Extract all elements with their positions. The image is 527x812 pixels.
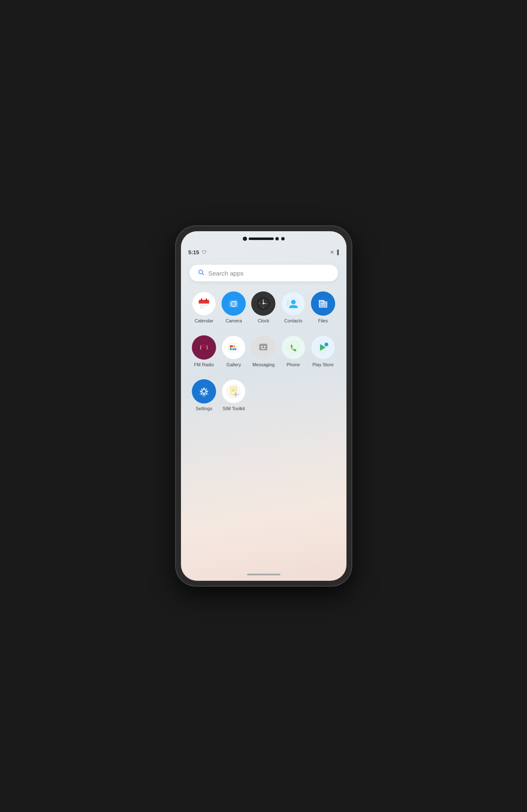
contacts-label: Contacts: [284, 318, 302, 324]
app-item-fmradio[interactable]: FM Radio: [189, 335, 219, 368]
svg-rect-12: [203, 307, 204, 308]
speaker: [249, 237, 274, 240]
settings-label: Settings: [196, 406, 212, 411]
search-placeholder: Search apps: [209, 270, 244, 277]
svg-point-25: [263, 303, 265, 304]
bottom-bar: [181, 568, 346, 581]
svg-rect-59: [200, 391, 202, 392]
notch-bar: [181, 231, 346, 246]
gallery-label: Gallery: [227, 362, 241, 368]
svg-rect-75: [234, 394, 235, 395]
svg-rect-51: [287, 341, 300, 354]
app-item-calendar[interactable]: Calendar: [189, 291, 219, 324]
svg-rect-9: [205, 305, 206, 306]
camera-label: Camera: [226, 318, 242, 324]
app-item-gallery[interactable]: GO Gallery: [219, 335, 249, 368]
svg-rect-76: [238, 394, 239, 395]
phone-icon: [281, 335, 306, 360]
svg-rect-28: [287, 301, 288, 301]
app-grid: Calendar Camera: [189, 291, 338, 412]
svg-rect-7: [200, 305, 202, 306]
app-item-camera[interactable]: Camera: [219, 291, 249, 324]
svg-rect-8: [203, 305, 204, 306]
app-item-contacts[interactable]: Contacts: [278, 291, 308, 324]
vpn-icon: 🛡: [202, 250, 206, 255]
fmradio-label: FM Radio: [194, 362, 214, 368]
home-indicator: [247, 574, 280, 575]
phone-screen: 5:15 🛡 ✕ ▐ Search apps: [181, 231, 346, 581]
simtoolkit-icon: [221, 379, 246, 403]
signal-icon: ✕: [330, 250, 334, 255]
svg-rect-73: [236, 393, 237, 393]
front-camera: [243, 237, 247, 241]
app-item-files[interactable]: Files: [308, 291, 338, 324]
svg-point-0: [199, 270, 202, 274]
svg-rect-58: [204, 394, 205, 396]
svg-point-56: [203, 390, 206, 393]
svg-point-49: [264, 346, 266, 348]
contacts-icon: [281, 291, 306, 316]
svg-rect-29: [287, 302, 288, 303]
fmradio-icon: [192, 335, 216, 360]
simtoolkit-label: SIM Toolkit: [222, 406, 245, 411]
app-item-playstore[interactable]: Play Store: [308, 335, 338, 368]
svg-point-53: [324, 343, 328, 347]
status-left: 5:15 🛡: [188, 249, 206, 255]
files-icon: [311, 291, 335, 316]
playstore-label: Play Store: [313, 362, 334, 368]
sensors: [275, 237, 285, 240]
svg-rect-11: [200, 307, 202, 308]
status-right: ✕ ▐: [330, 250, 339, 255]
svg-rect-57: [204, 388, 205, 389]
svg-point-14: [232, 302, 235, 306]
messaging-icon: [251, 335, 275, 360]
svg-rect-5: [201, 299, 202, 301]
svg-point-27: [291, 300, 295, 304]
files-label: Files: [318, 318, 328, 324]
playstore-icon: [311, 335, 335, 360]
phone-frame: 5:15 🛡 ✕ ▐ Search apps: [176, 226, 351, 586]
svg-rect-32: [318, 301, 327, 307]
svg-rect-74: [236, 396, 237, 396]
search-bar[interactable]: Search apps: [189, 265, 338, 281]
battery-icon: ▐: [336, 250, 339, 255]
app-drawer: Search apps: [181, 258, 346, 568]
svg-text:GO: GO: [231, 347, 236, 350]
settings-icon: [192, 379, 216, 403]
sensor-2: [281, 237, 285, 240]
svg-point-72: [235, 394, 237, 395]
svg-rect-30: [287, 304, 288, 305]
gallery-icon: GO: [221, 335, 246, 360]
status-time: 5:15: [188, 249, 199, 255]
clock-icon: [251, 291, 275, 316]
svg-rect-10: [207, 305, 208, 306]
sensor-1: [275, 237, 279, 240]
app-item-phone[interactable]: Phone: [278, 335, 308, 368]
svg-line-1: [202, 273, 204, 275]
svg-point-38: [203, 345, 206, 347]
svg-point-48: [261, 346, 263, 348]
calendar-icon: [192, 291, 216, 316]
app-item-clock[interactable]: Clock: [249, 291, 278, 324]
messaging-label: Messaging: [252, 362, 275, 368]
svg-rect-4: [199, 302, 209, 304]
phone-label: Phone: [287, 362, 300, 368]
app-item-settings[interactable]: Settings: [189, 379, 219, 411]
camera-icon: [221, 291, 246, 316]
svg-rect-60: [206, 391, 208, 392]
search-icon: [198, 269, 204, 277]
svg-point-15: [235, 301, 237, 302]
svg-rect-6: [206, 299, 207, 301]
app-item-messaging[interactable]: Messaging: [249, 335, 278, 368]
clock-label: Clock: [258, 318, 270, 324]
app-item-simtoolkit[interactable]: SIM Toolkit: [219, 379, 249, 411]
calendar-label: Calendar: [195, 318, 214, 324]
status-bar: 5:15 🛡 ✕ ▐: [181, 246, 346, 258]
